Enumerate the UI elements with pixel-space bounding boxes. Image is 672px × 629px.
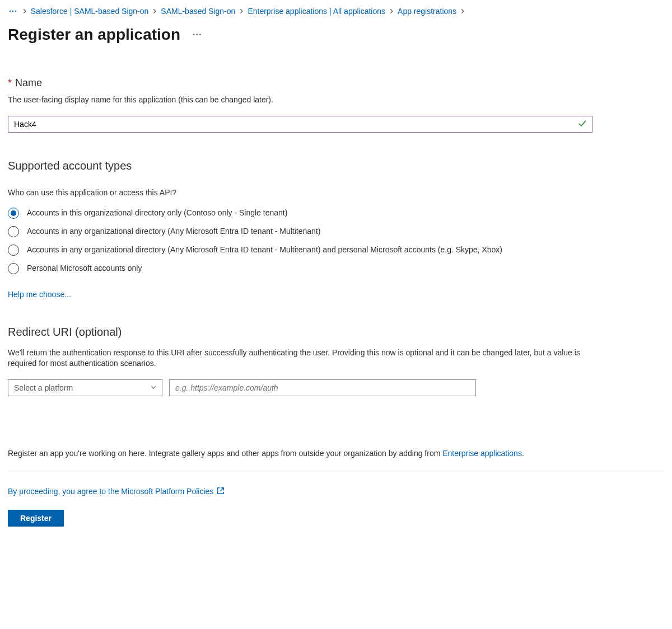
- breadcrumb-item-salesforce[interactable]: Salesforce | SAML-based Sign-on: [31, 7, 149, 16]
- required-indicator: *: [8, 77, 12, 88]
- name-label: *Name: [8, 77, 592, 89]
- page-title-row: Register an application ···: [8, 26, 664, 44]
- radio-single-tenant[interactable]: Accounts in this organizational director…: [8, 207, 592, 219]
- register-button[interactable]: Register: [8, 510, 64, 527]
- radio-icon: [8, 263, 19, 274]
- radio-multitenant[interactable]: Accounts in any organizational directory…: [8, 226, 592, 237]
- footer-enterprise-text: Register an app you're working on here. …: [8, 448, 664, 471]
- name-description: The user-facing display name for this ap…: [8, 95, 592, 106]
- redirect-uri-heading: Redirect URI (optional): [8, 326, 592, 339]
- title-more-button[interactable]: ···: [193, 30, 202, 40]
- redirect-uri-description: We'll return the authentication response…: [8, 348, 592, 369]
- radio-icon: [8, 226, 19, 237]
- breadcrumb-item-enterprise-apps[interactable]: Enterprise applications | All applicatio…: [248, 7, 385, 16]
- platform-policies-link[interactable]: By proceeding, you agree to the Microsof…: [8, 487, 213, 496]
- redirect-uri-row: Select a platform: [8, 379, 592, 396]
- account-types-radio-group: Accounts in this organizational director…: [8, 207, 592, 274]
- name-label-text: Name: [15, 77, 42, 88]
- platform-select[interactable]: Select a platform: [8, 379, 162, 396]
- radio-personal-only[interactable]: Personal Microsoft accounts only: [8, 262, 592, 274]
- name-input-wrap: [8, 116, 592, 133]
- checkmark-icon: [578, 119, 587, 129]
- name-input[interactable]: [8, 116, 592, 133]
- breadcrumb: ··· Salesforce | SAML-based Sign-on SAML…: [8, 7, 664, 16]
- enterprise-applications-link[interactable]: Enterprise applications: [442, 449, 522, 458]
- radio-icon: [8, 245, 19, 256]
- account-types-section: Supported account types Who can use this…: [8, 159, 592, 299]
- breadcrumb-item-saml-signon[interactable]: SAML-based Sign-on: [161, 7, 235, 16]
- breadcrumb-more[interactable]: ···: [8, 7, 18, 16]
- external-link-icon: [217, 487, 225, 496]
- chevron-right-icon: [152, 8, 157, 14]
- redirect-uri-input[interactable]: [169, 379, 476, 396]
- radio-label: Accounts in any organizational directory…: [27, 226, 320, 237]
- footer-text-span: Register an app you're working on here. …: [8, 449, 442, 458]
- page-title: Register an application: [8, 26, 180, 44]
- chevron-right-icon: [460, 8, 465, 14]
- radio-multitenant-personal[interactable]: Accounts in any organizational directory…: [8, 244, 592, 256]
- policy-row: By proceeding, you agree to the Microsof…: [8, 487, 664, 496]
- radio-label: Accounts in this organizational director…: [27, 207, 287, 219]
- chevron-right-icon: [22, 8, 27, 14]
- radio-icon: [8, 208, 19, 219]
- account-types-question: Who can use this application or access t…: [8, 188, 592, 197]
- footer-period: .: [522, 449, 524, 458]
- breadcrumb-item-app-registrations[interactable]: App registrations: [398, 7, 456, 16]
- account-types-heading: Supported account types: [8, 159, 592, 172]
- radio-label: Accounts in any organizational directory…: [27, 244, 502, 256]
- name-section: *Name The user-facing display name for t…: [8, 77, 592, 133]
- platform-select-wrap: Select a platform: [8, 379, 162, 396]
- chevron-right-icon: [389, 8, 394, 14]
- redirect-uri-section: Redirect URI (optional) We'll return the…: [8, 326, 592, 396]
- chevron-right-icon: [239, 8, 244, 14]
- help-me-choose-link[interactable]: Help me choose...: [8, 290, 71, 299]
- radio-label: Personal Microsoft accounts only: [27, 262, 142, 274]
